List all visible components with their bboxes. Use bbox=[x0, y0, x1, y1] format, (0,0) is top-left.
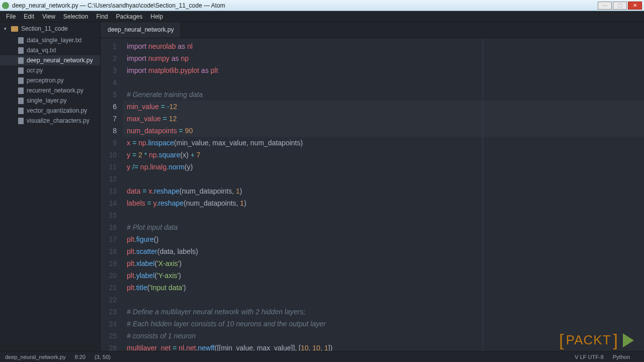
tree-item[interactable]: perceptron.py bbox=[0, 75, 100, 85]
code-line[interactable]: labels = y.reshape(num_datapoints, 1) bbox=[123, 197, 644, 209]
tab-bar: deep_neural_network.py bbox=[101, 22, 644, 38]
menu-find[interactable]: Find bbox=[92, 12, 112, 21]
editor-area: deep_neural_network.py 12345678910111213… bbox=[101, 22, 644, 351]
tree-item[interactable]: data_vq.txt bbox=[0, 45, 100, 55]
code-line[interactable] bbox=[123, 173, 644, 185]
tree-item[interactable]: data_single_layer.txt bbox=[0, 35, 100, 45]
tree-item[interactable]: recurrent_network.py bbox=[0, 85, 100, 96]
tree-item[interactable]: visualize_characters.py bbox=[0, 116, 100, 126]
folder-header[interactable]: ▾ Section_11_code bbox=[0, 22, 100, 35]
code-line[interactable]: max_value = 12 bbox=[123, 113, 644, 125]
file-name: data_single_layer.txt bbox=[27, 37, 82, 44]
window-controls: — ▢ ✕ bbox=[598, 2, 642, 10]
file-icon bbox=[18, 108, 24, 114]
file-icon bbox=[18, 87, 24, 94]
menubar: FileEditViewSelectionFindPackagesHelp bbox=[0, 11, 644, 22]
file-name: recurrent_network.py bbox=[27, 87, 84, 94]
file-name: visualize_characters.py bbox=[27, 117, 90, 124]
app-icon bbox=[2, 2, 9, 9]
file-icon bbox=[18, 47, 24, 54]
folder-icon bbox=[11, 26, 18, 32]
file-name: vector_quantization.py bbox=[27, 107, 87, 114]
code-line[interactable] bbox=[123, 209, 644, 221]
statusbar: deep_neural_network.py 8:20 (3, 50) V LF… bbox=[0, 351, 644, 362]
tree-item[interactable]: ocr.py bbox=[0, 65, 100, 75]
code-editor[interactable]: 1234567891011121314151617181920212223242… bbox=[101, 38, 644, 351]
code-line[interactable]: # Define a multilayer neural network wit… bbox=[123, 306, 644, 318]
file-icon bbox=[18, 118, 24, 124]
code-line[interactable]: import matplotlib.pyplot as plt bbox=[123, 64, 644, 76]
code-content[interactable]: import neurolab as nlimport numpy as npi… bbox=[123, 38, 644, 351]
tree-item[interactable]: deep_neural_network.py bbox=[0, 55, 100, 65]
code-line[interactable]: num_datapoints = 90 bbox=[123, 125, 644, 137]
titlebar: deep_neural_network.py — C:\Users\sandhy… bbox=[0, 0, 644, 11]
code-line[interactable] bbox=[123, 76, 644, 88]
tab-active[interactable]: deep_neural_network.py bbox=[101, 22, 181, 38]
file-name: perceptron.py bbox=[27, 77, 63, 84]
file-icon bbox=[18, 98, 24, 104]
file-name: data_vq.txt bbox=[27, 47, 56, 54]
maximize-button[interactable]: ▢ bbox=[613, 2, 627, 10]
packt-watermark: [ PACKT ] bbox=[559, 330, 634, 350]
menu-packages[interactable]: Packages bbox=[112, 12, 147, 21]
code-line[interactable]: y = 2 * np.square(x) + 7 bbox=[123, 149, 644, 161]
code-line[interactable]: plt.xlabel('X-axis') bbox=[123, 257, 644, 269]
file-icon bbox=[18, 77, 24, 84]
file-icon bbox=[18, 37, 24, 44]
chevron-down-icon: ▾ bbox=[4, 26, 8, 31]
play-icon[interactable] bbox=[623, 333, 634, 347]
code-line[interactable]: min_value = -12 bbox=[123, 101, 644, 113]
minimap-divider bbox=[482, 38, 483, 351]
status-encoding[interactable]: V LF UTF-8 bbox=[575, 354, 603, 360]
file-icon bbox=[18, 67, 24, 74]
status-cursor[interactable]: (3, 50) bbox=[95, 354, 111, 360]
code-line[interactable]: data = x.reshape(num_datapoints, 1) bbox=[123, 185, 644, 197]
code-line[interactable]: # Each hidden layer consists of 10 neuro… bbox=[123, 318, 644, 330]
status-time: 8:20 bbox=[74, 354, 85, 360]
tree-item[interactable]: vector_quantization.py bbox=[0, 106, 100, 116]
code-line[interactable]: import neurolab as nl bbox=[123, 40, 644, 52]
menu-edit[interactable]: Edit bbox=[20, 12, 38, 21]
code-line[interactable]: import numpy as np bbox=[123, 52, 644, 64]
code-line[interactable]: plt.ylabel('Y-axis') bbox=[123, 269, 644, 282]
file-tree-sidebar: ▾ Section_11_code data_single_layer.txtd… bbox=[0, 22, 101, 351]
folder-name: Section_11_code bbox=[21, 25, 68, 32]
file-icon bbox=[18, 57, 24, 64]
code-line[interactable]: plt.figure() bbox=[123, 233, 644, 245]
tree-item[interactable]: single_layer.py bbox=[0, 96, 100, 106]
menu-view[interactable]: View bbox=[38, 12, 59, 21]
close-button[interactable]: ✕ bbox=[628, 2, 642, 10]
code-line[interactable]: x = np.linspace(min_value, max_value, nu… bbox=[123, 137, 644, 149]
code-line[interactable] bbox=[123, 294, 644, 306]
main-area: ▾ Section_11_code data_single_layer.txtd… bbox=[0, 22, 644, 351]
window-title: deep_neural_network.py — C:\Users\sandhy… bbox=[12, 2, 598, 9]
menu-selection[interactable]: Selection bbox=[59, 12, 92, 21]
menu-help[interactable]: Help bbox=[146, 12, 167, 21]
menu-file[interactable]: File bbox=[2, 12, 20, 21]
file-name: single_layer.py bbox=[27, 97, 66, 104]
status-file[interactable]: deep_neural_network.py bbox=[5, 354, 65, 360]
status-language[interactable]: Python bbox=[613, 354, 630, 360]
file-name: ocr.py bbox=[27, 67, 43, 74]
minimize-button[interactable]: — bbox=[598, 2, 612, 10]
code-line[interactable]: plt.title('Input data') bbox=[123, 282, 644, 294]
file-name: deep_neural_network.py bbox=[27, 57, 93, 64]
code-line[interactable]: plt.scatter(data, labels) bbox=[123, 245, 644, 257]
code-line[interactable]: # Plot input data bbox=[123, 221, 644, 233]
code-line[interactable]: # Generate training data bbox=[123, 88, 644, 101]
code-line[interactable]: y /= np.linalg.norm(y) bbox=[123, 161, 644, 173]
line-gutter: 1234567891011121314151617181920212223242… bbox=[101, 38, 123, 351]
